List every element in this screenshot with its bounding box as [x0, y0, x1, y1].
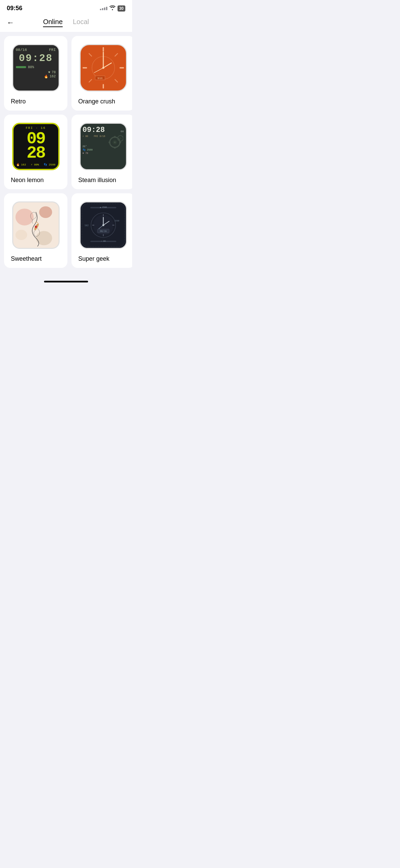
- svg-text:⚡ 80: ⚡ 80: [101, 240, 106, 242]
- home-indicator: [44, 281, 88, 282]
- svg-point-24: [15, 209, 34, 225]
- svg-text:▲ 2560: ▲ 2560: [100, 206, 107, 208]
- back-button[interactable]: ←: [7, 18, 14, 27]
- svg-point-26: [36, 231, 52, 245]
- status-bar: 09:56 30: [0, 0, 132, 15]
- svg-point-43: [102, 224, 104, 226]
- nav-tabs: Online Local: [43, 18, 89, 27]
- watch-card-orange-crush[interactable]: 8/16 Orange crush: [71, 36, 132, 111]
- svg-line-10: [103, 63, 111, 67]
- svg-rect-20: [108, 141, 110, 143]
- svg-rect-19: [114, 147, 115, 149]
- watch-card-super-geek[interactable]: ▲ 2560: [71, 193, 132, 268]
- geek-face: ▲ 2560: [80, 201, 127, 249]
- watch-preview-retro: 08/16 FRI 09:28 80% ♥78 🔥162: [9, 41, 62, 94]
- tab-local[interactable]: Local: [73, 18, 89, 27]
- super-geek-label: Super geek: [77, 255, 109, 262]
- steam-illusion-label: Steam illusion: [77, 177, 116, 184]
- orange-face: 8/16: [80, 44, 127, 92]
- watch-card-retro[interactable]: 08/16 FRI 09:28 80% ♥78 🔥162: [4, 36, 67, 111]
- nav-bar: ← Online Local: [0, 15, 132, 32]
- svg-text:2560: 2560: [114, 219, 119, 221]
- svg-point-23: [119, 137, 122, 139]
- svg-line-11: [94, 68, 103, 73]
- watch-preview-orange-crush: 8/16: [77, 41, 129, 94]
- svg-line-5: [115, 53, 118, 56]
- watch-preview-super-geek: ▲ 2560: [77, 199, 129, 251]
- svg-point-25: [39, 206, 52, 218]
- svg-rect-21: [119, 141, 121, 143]
- retro-label: Retro: [9, 98, 26, 105]
- signal-icon: [100, 7, 107, 10]
- neon-face: FRI · 16 09 28 🔥 162 ⚡ 80% 👣 2560: [12, 123, 60, 170]
- watch-card-sweetheart[interactable]: Sweetheart: [4, 193, 67, 268]
- svg-line-6: [89, 79, 91, 82]
- orange-crush-label: Orange crush: [77, 98, 115, 105]
- neon-lemon-label: Neon lemon: [9, 177, 44, 184]
- watch-card-steam-illusion[interactable]: 09:28 00 ⚡ 80 FRI 8/16: [71, 115, 132, 189]
- svg-rect-18: [114, 136, 115, 138]
- steam-face: 09:28 00 ⚡ 80 FRI 8/16: [80, 123, 127, 170]
- status-icons: 30: [100, 5, 125, 12]
- svg-line-7: [115, 79, 118, 82]
- sweet-face: [12, 201, 60, 249]
- svg-point-27: [15, 230, 27, 240]
- tab-online[interactable]: Online: [43, 18, 63, 27]
- watch-preview-steam-illusion: 09:28 00 ⚡ 80 FRI 8/16: [77, 120, 129, 173]
- watch-face-grid: 08/16 FRI 09:28 80% ♥78 🔥162: [0, 32, 132, 278]
- battery-icon: 30: [118, 5, 125, 12]
- svg-point-12: [102, 67, 104, 69]
- sweetheart-label: Sweetheart: [9, 255, 42, 262]
- svg-text:162: 162: [84, 224, 88, 226]
- watch-preview-neon-lemon: FRI · 16 09 28 🔥 162 ⚡ 80% 👣 2560: [9, 120, 62, 173]
- svg-text:8/16: 8/16: [97, 76, 102, 79]
- watch-card-neon-lemon[interactable]: FRI · 16 09 28 🔥 162 ⚡ 80% 👣 2560 Neon l…: [4, 115, 67, 189]
- retro-face: 08/16 FRI 09:28 80% ♥78 🔥162: [12, 44, 60, 92]
- status-time: 09:56: [7, 5, 22, 12]
- watch-preview-sweetheart: [9, 199, 62, 251]
- svg-line-4: [89, 53, 91, 56]
- svg-point-17: [114, 141, 115, 143]
- gear-icon: [106, 133, 123, 150]
- svg-point-29: [35, 225, 37, 228]
- svg-text:08/16: 08/16: [100, 230, 106, 233]
- wifi-icon: [109, 5, 115, 11]
